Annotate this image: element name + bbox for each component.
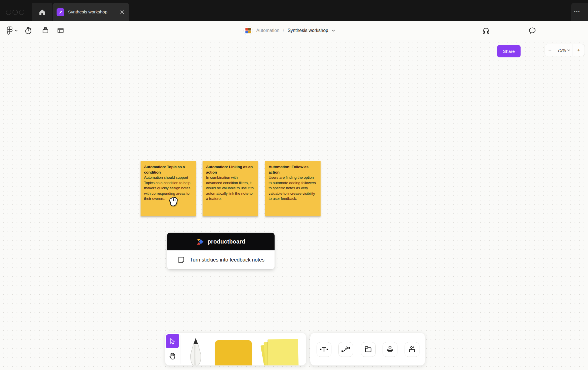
home-button[interactable] <box>37 7 47 17</box>
text-icon <box>320 345 328 354</box>
window-zoom-icon[interactable] <box>19 10 24 15</box>
toolbar-divider <box>181 335 181 364</box>
widget-action-label: Turn stickies into feedback notes <box>190 257 264 263</box>
select-tool[interactable] <box>166 334 179 348</box>
productboard-logo-icon <box>196 238 204 245</box>
more-tools-icon <box>408 345 416 353</box>
productboard-widget-header: productboard <box>167 233 275 250</box>
tools-panel-left <box>165 333 306 366</box>
figma-logo-icon <box>7 26 13 35</box>
breadcrumb-file-name[interactable]: Synthesis workshop <box>287 28 328 33</box>
window-titlebar: Synthesis workshop ••• <box>0 0 588 21</box>
close-tab-icon[interactable] <box>119 9 125 15</box>
editor-toolbar: Automation / Synthesis workshop Share <box>0 21 588 40</box>
sticky-note[interactable]: Automation: Topic as a condition Automat… <box>141 161 196 216</box>
section-sticky-tool[interactable] <box>215 340 252 366</box>
window-close-icon[interactable] <box>6 10 11 15</box>
section-tool[interactable] <box>361 342 376 357</box>
home-icon <box>38 8 46 16</box>
text-tool[interactable] <box>317 342 331 357</box>
sticky-body: Automation should support Topics as a co… <box>144 175 193 202</box>
sticky-title: Automation: Linking as an action <box>206 164 255 175</box>
toolbox-button[interactable] <box>40 25 51 37</box>
sticky-stack-tool[interactable] <box>262 339 299 366</box>
marker-tool[interactable] <box>186 338 205 366</box>
figjam-file-icon <box>57 8 64 16</box>
window-actions-segment: ••• <box>571 3 588 21</box>
breadcrumb-separator: / <box>283 28 284 33</box>
zoom-in-button[interactable]: + <box>573 44 585 56</box>
zoom-level-button[interactable]: 75% <box>555 44 573 56</box>
sticky-note[interactable]: Automation: Linking as an action In comb… <box>203 161 258 216</box>
timer-button[interactable] <box>23 25 34 37</box>
productboard-widget[interactable]: productboard Turn stickies into feedback… <box>167 233 275 269</box>
hand-tool[interactable] <box>166 349 179 363</box>
hand-icon <box>169 352 176 360</box>
sticky-body: In combination with advanced condition f… <box>206 175 255 202</box>
breadcrumb: Automation / Synthesis workshop <box>243 25 335 37</box>
productboard-brand: productboard <box>207 238 245 245</box>
tools-panel-right <box>310 333 425 366</box>
section-icon <box>364 345 372 353</box>
sticky-body: Users are finding the option to automate… <box>269 175 317 202</box>
zoom-control: − 75% + <box>545 44 585 56</box>
file-menu-chevron-icon[interactable] <box>332 29 335 32</box>
window-minimize-icon[interactable] <box>13 10 18 15</box>
sticky-note[interactable]: Automation: Follow as action Users are f… <box>265 161 321 216</box>
chevron-down-icon <box>15 30 18 32</box>
cursor-arrow-icon <box>168 337 177 345</box>
templates-icon <box>57 27 64 34</box>
stamp-icon <box>386 345 394 353</box>
templates-button[interactable] <box>55 25 66 37</box>
timer-icon <box>25 27 33 35</box>
team-avatar-icon <box>245 28 251 33</box>
breadcrumb-team-link[interactable]: Automation <box>256 28 279 33</box>
figjam-app: Synthesis workshop ••• <box>0 0 588 370</box>
main-menu-button[interactable] <box>5 25 19 37</box>
team-avatar <box>243 26 253 35</box>
tab-title: Synthesis workshop <box>68 9 119 15</box>
home-segment <box>32 3 52 21</box>
stamp-tool[interactable] <box>383 342 397 357</box>
connector-icon <box>341 345 350 354</box>
more-options-button[interactable]: ••• <box>574 9 580 14</box>
widget-action-row[interactable]: Turn stickies into feedback notes <box>167 250 275 269</box>
zoom-out-button[interactable]: − <box>545 44 555 56</box>
file-tab[interactable]: Synthesis workshop <box>53 3 129 21</box>
sticky-outline-icon <box>177 256 185 264</box>
sticky-sheet <box>268 339 299 366</box>
comments-button[interactable] <box>526 25 538 37</box>
zoom-level-value: 75% <box>557 48 566 53</box>
sticky-title: Automation: Follow as action <box>269 164 317 175</box>
toolbox-icon <box>42 27 49 34</box>
comment-bubble-icon <box>528 27 536 35</box>
connector-tool[interactable] <box>338 342 353 357</box>
more-tools-button[interactable] <box>405 342 419 357</box>
sticky-title: Automation: Topic as a condition <box>144 164 193 175</box>
headphones-icon <box>482 27 490 35</box>
audio-button[interactable] <box>480 25 492 37</box>
share-button[interactable]: Share <box>497 45 521 57</box>
zoom-chevron-icon <box>567 49 570 51</box>
